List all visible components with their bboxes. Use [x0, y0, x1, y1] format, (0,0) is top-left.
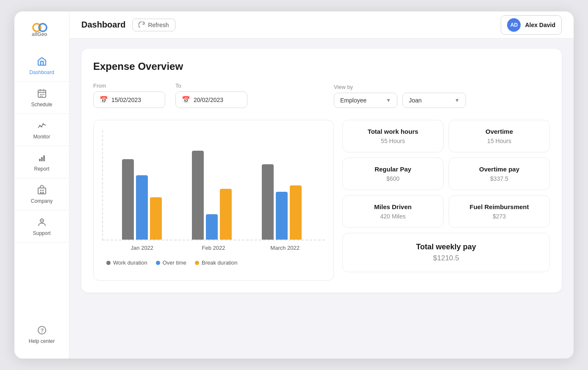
viewby-group: View by Employee ▼ Joan ▼: [334, 84, 466, 108]
sidebar-item-report[interactable]: Report: [14, 146, 69, 178]
svg-rect-10: [40, 96, 41, 97]
march-work-bar: [262, 164, 274, 240]
jan-work-bar: [122, 159, 134, 240]
stat-value-4: $337.5: [456, 175, 543, 182]
stat-card-fuel-reimbursement: Fuel Reimbursment $273: [449, 195, 550, 228]
viewby-type-value: Employee: [340, 97, 366, 104]
stat-title-2: Overtime: [456, 128, 543, 135]
stat-title-5: Miles Driven: [349, 203, 436, 210]
feb-overtime-bar: [206, 214, 218, 240]
svg-text:allGeo: allGeo: [32, 31, 47, 37]
jan-overtime-bar: [136, 175, 148, 240]
sidebar-report-label: Report: [34, 166, 49, 172]
svg-rect-11: [42, 96, 43, 97]
svg-rect-18: [38, 188, 46, 194]
chevron-down-icon: ▼: [386, 97, 391, 103]
svg-rect-7: [40, 94, 41, 95]
page-title: Dashboard: [81, 20, 125, 30]
stat-value-2: 15 Hours: [456, 138, 543, 144]
svg-point-12: [39, 125, 41, 127]
svg-rect-15: [39, 159, 41, 161]
sidebar-item-dashboard[interactable]: Dashboard: [14, 50, 69, 82]
sidebar-item-company[interactable]: Company: [14, 178, 69, 210]
report-icon: [36, 152, 48, 164]
section-title: Expense Overview: [93, 61, 550, 72]
refresh-button[interactable]: Refresh: [132, 19, 175, 31]
feb-work-bar: [192, 151, 204, 240]
svg-point-14: [42, 123, 44, 125]
stat-value-1: 55 Hours: [349, 138, 436, 144]
header: Dashboard Refresh AD Alex David: [69, 11, 574, 39]
viewby-label: View by: [334, 84, 466, 90]
svg-rect-8: [42, 94, 43, 95]
chevron-down-icon-2: ▼: [455, 97, 460, 103]
refresh-label: Refresh: [148, 22, 169, 28]
stat-card-overtime: Overtime 15 Hours: [449, 120, 550, 152]
legend-label-overtime: Over time: [163, 260, 186, 266]
stat-card-overtime-pay: Overtime pay $337.5: [449, 157, 550, 190]
monitor-icon: [36, 120, 48, 132]
sidebar-help-label: Help center: [29, 338, 55, 344]
legend-label-break: Break duration: [202, 260, 238, 266]
from-date-group: From 📅 15/02/2023: [93, 83, 165, 108]
stats-grid: Total work hours 55 Hours Overtime 15 Ho…: [342, 120, 550, 228]
svg-rect-17: [43, 155, 45, 161]
month-label-jan: Jan 2022: [106, 245, 178, 251]
feb-break-bar: [220, 189, 232, 240]
from-date-input[interactable]: 📅 15/02/2023: [93, 91, 165, 108]
legend-dot-blue: [156, 261, 160, 265]
stat-card-miles-driven: Miles Driven 420 Miles: [342, 195, 444, 228]
bar-labels: Jan 2022 Feb 2022 March 2022: [102, 245, 325, 251]
sidebar-item-help[interactable]: ? Help center: [14, 318, 69, 350]
sidebar: allGeo Dashboard: [14, 11, 69, 359]
svg-rect-16: [41, 157, 43, 161]
svg-point-24: [41, 220, 42, 221]
sidebar-dashboard-label: Dashboard: [29, 69, 54, 75]
calendar-icon-from: 📅: [100, 96, 108, 104]
stat-title-6: Fuel Reimbursment: [456, 203, 543, 210]
month-label-feb: Feb 2022: [178, 245, 250, 251]
sidebar-item-schedule[interactable]: Schedule: [14, 82, 69, 114]
bar-chart-card: Jan 2022 Feb 2022 March 2022 Work durati…: [93, 120, 334, 281]
stats-panel: Total work hours 55 Hours Overtime 15 Ho…: [342, 120, 550, 272]
march-break-bar: [290, 185, 302, 240]
filter-row: From 📅 15/02/2023 To 📅 20/02/2023: [93, 83, 550, 108]
svg-text:?: ?: [40, 327, 44, 334]
to-date-input[interactable]: 📅 20/02/2023: [175, 91, 247, 108]
sidebar-schedule-label: Schedule: [31, 102, 52, 108]
from-label: From: [93, 83, 165, 89]
legend-work-duration: Work duration: [106, 260, 147, 266]
page-content: Expense Overview From 📅 15/02/2023 To 📅: [69, 39, 574, 359]
to-date-value: 20/02/2023: [194, 97, 223, 103]
stat-title-3: Regular Pay: [349, 166, 436, 173]
legend-break-duration: Break duration: [195, 260, 238, 266]
home-icon: [36, 55, 48, 67]
stat-value-6: $273: [456, 213, 543, 220]
viewby-type-select[interactable]: Employee ▼: [334, 93, 397, 108]
sidebar-item-monitor[interactable]: Monitor: [14, 114, 69, 146]
to-label: To: [175, 83, 247, 89]
schedule-icon: [36, 88, 48, 99]
calendar-icon-to: 📅: [182, 96, 190, 104]
legend-dot-gray: [106, 261, 111, 265]
total-pay-card: Total weekly pay $1210.5: [342, 233, 550, 272]
chart-area: [102, 130, 325, 240]
user-badge[interactable]: AD Alex David: [501, 15, 562, 35]
sidebar-item-support[interactable]: Support: [14, 210, 69, 243]
bar-group-feb: [192, 151, 232, 240]
stat-title-4: Overtime pay: [456, 166, 543, 173]
dashboard-row: Jan 2022 Feb 2022 March 2022 Work durati…: [93, 120, 550, 281]
legend-overtime: Over time: [156, 260, 186, 266]
from-date-value: 15/02/2023: [111, 97, 141, 103]
logo: allGeo: [28, 20, 55, 39]
svg-rect-9: [43, 94, 44, 95]
viewby-selects: Employee ▼ Joan ▼: [334, 93, 466, 108]
stat-card-total-work-hours: Total work hours 55 Hours: [342, 120, 444, 152]
viewby-person-select[interactable]: Joan ▼: [402, 93, 466, 108]
sidebar-company-label: Company: [31, 198, 53, 204]
chart-legend: Work duration Over time Break duration: [102, 260, 325, 266]
viewby-person-value: Joan: [409, 97, 422, 104]
svg-rect-19: [40, 190, 42, 191]
total-pay-value: $1210.5: [349, 254, 543, 262]
support-icon: [36, 216, 48, 228]
